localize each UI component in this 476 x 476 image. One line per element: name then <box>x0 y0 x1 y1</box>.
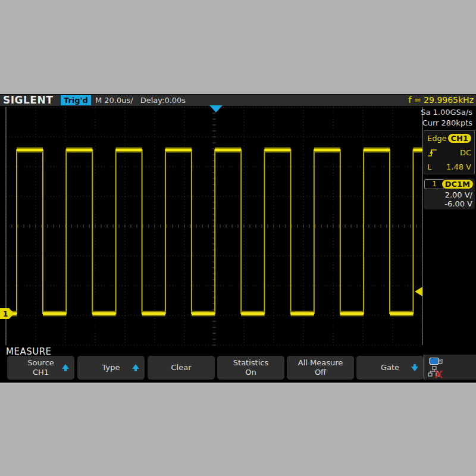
lan-disconnected-icon <box>428 366 446 378</box>
menu-button-label: Gate <box>381 363 399 372</box>
chevron-up-icon <box>132 364 139 371</box>
menu-button-label: Source <box>27 358 54 368</box>
menu-button-label: All Measure <box>298 358 343 368</box>
delay-value: Delay:0.00s <box>140 95 186 106</box>
status-icon-tile <box>424 355 476 380</box>
oscilloscope-bezel: SIGLENT Trig'd M 20.0us/ Delay:0.00s f =… <box>0 0 476 476</box>
menu-button-value: CH1 <box>33 368 49 377</box>
menu-button-label: Type <box>102 363 120 372</box>
channel1-trace <box>6 150 422 314</box>
menu-button-source[interactable]: SourceCH1 <box>7 356 74 380</box>
brand-logo: SIGLENT <box>3 95 53 106</box>
menu-button-all-measure[interactable]: All MeasureOff <box>287 356 354 380</box>
timebase-value: M 20.0us/ <box>95 95 133 106</box>
menu-button-statistics[interactable]: StatisticsOn <box>217 356 284 380</box>
timebase-readout: M 20.0us/ Delay:0.00s <box>95 95 186 106</box>
menu-button-label: Statistics <box>233 358 268 368</box>
channel1-number-tab: 1 <box>424 179 444 189</box>
graticule-grid <box>6 107 422 345</box>
trigger-type-label: Edge <box>427 134 447 143</box>
trigger-source-badge: CH1 <box>448 134 471 143</box>
trigger-level-marker[interactable] <box>415 287 422 296</box>
trigger-level-value: 1.48 V <box>446 162 471 171</box>
rising-edge-icon <box>427 148 438 157</box>
chevron-up-icon <box>62 364 69 371</box>
channel1-info-panel[interactable]: 1 DC1M 2.00 V/ -6.00 V <box>424 178 475 209</box>
menu-button-clear[interactable]: Clear <box>148 356 215 380</box>
header-bar: SIGLENT Trig'd M 20.0us/ Delay:0.00s f =… <box>0 95 476 106</box>
chevron-down-icon <box>411 364 418 371</box>
channel1-coupling-badge: DC1M <box>442 180 473 189</box>
waveform-display: 1 <box>0 94 476 383</box>
menu-button-value: Off <box>315 368 326 377</box>
trigger-level-label: L <box>427 162 431 171</box>
oscilloscope-screen: SIGLENT Trig'd M 20.0us/ Delay:0.00s f =… <box>0 94 476 383</box>
memory-depth-readout: Curr 280kpts <box>401 118 472 128</box>
menu-button-type[interactable]: Type <box>77 356 145 380</box>
trigger-status-badge: Trig'd <box>61 95 91 105</box>
trigger-coupling-label: DC <box>460 148 471 157</box>
channel1-ground-marker[interactable]: 1 <box>0 308 14 319</box>
trigger-position-marker[interactable] <box>209 105 223 112</box>
menu-button-gate[interactable]: Gate <box>356 356 424 380</box>
channel1-marker-number: 1 <box>3 310 8 318</box>
usb-icon <box>429 356 443 366</box>
menu-button-value: On <box>245 368 256 377</box>
channel1-scale-readout: 2.00 V/ <box>426 191 472 199</box>
frequency-counter: f = 29.9965kHz <box>409 95 474 106</box>
channel1-offset-readout: -6.00 V <box>426 200 472 208</box>
sample-rate-readout: Sa 1.00GSa/s <box>401 108 472 117</box>
menu-button-label: Clear <box>171 363 192 372</box>
trigger-info-panel[interactable]: Edge CH1 DC L 1.48 V <box>424 130 475 174</box>
